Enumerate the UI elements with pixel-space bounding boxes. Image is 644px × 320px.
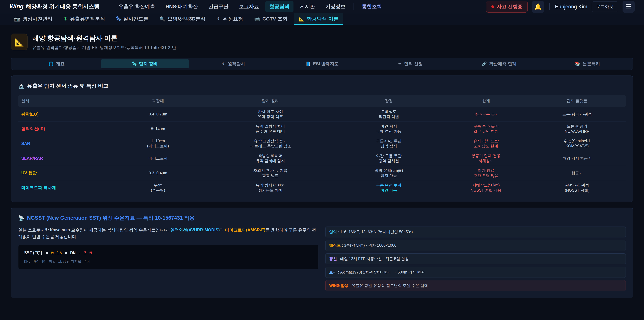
ngsst-info-list: 영역 : 116~166°E, 13~63°N (북서태평양 50×50°)해상… [325, 226, 626, 291]
table-cell-wavelength: 수cm(수동형) [109, 180, 206, 195]
camera-icon: 📷 [14, 16, 20, 22]
table-cell-strengths: 구름 완전 투과야간 가능 [334, 180, 444, 195]
info-row-value: : 3분(약 5km) · 격자 1000×1000 [341, 243, 396, 247]
pencil-icon: ✏ [398, 61, 402, 66]
nav-item-기상정보[interactable]: 기상정보 [321, 1, 350, 13]
satellite-icon: 🛰 [132, 61, 136, 66]
section-tab-ESI 방제지도[interactable]: 📘ESI 방제지도 [278, 59, 366, 68]
satellite-icon: 🛰 [116, 16, 121, 22]
subnav-tab-실시간드론[interactable]: 🛰실시간드론 [111, 14, 153, 25]
logout-button[interactable]: 로그아웃 [592, 2, 618, 12]
airplane-icon: ✈ [222, 61, 226, 66]
table-cell-principle: 유막 열방사 차이해수면 온도 대비 [206, 122, 334, 136]
notification-bell-button[interactable]: 🔔 [532, 1, 544, 13]
subnav-tab-label: CCTV 조회 [262, 16, 288, 22]
link-icon: 🔗 [482, 61, 487, 66]
table-cell-strengths: 야간 탐지두께 추정 가능 [334, 122, 444, 136]
triangle-ruler-icon: 📐 [298, 16, 304, 22]
table-cell-principle: 측방향 레이더유막 감쇠대 탐지 [206, 151, 334, 166]
logo-mark: Wing [10, 3, 24, 10]
section-tab-개요[interactable]: 🌐개요 [12, 59, 101, 68]
table-cell-strengths: 박막 유막(μm급)탐지 가능 [334, 166, 444, 180]
table-row: SAR1~10cm(마이크로파)유막 표면장력 증가→ 브래그 후방산란 감소구… [18, 136, 626, 151]
info-row-label: 영역 [329, 230, 337, 234]
section-tab-탐지 장비[interactable]: 🛰탐지 장비 [101, 59, 189, 68]
topbar-right: 사고 진행중 🔔 Eunjeong Kim 로그아웃 [486, 1, 634, 13]
page-subtitle: 유출유 원격탐지·항공감시 기법·ESI 방제정보지도·등록특허 10-1567… [32, 45, 176, 50]
subnav-tab-label: 위성요청 [223, 16, 243, 22]
info-row-영역: 영역 : 116~166°E, 13~63°N (북서태평양 50×50°) [325, 226, 626, 237]
table-cell-principle: 자외선 조사 → 기름형광 방출 [206, 166, 334, 180]
info-row-value: : Akima(1978) 2차원 5차다항식 → 500m 격자 변환 [337, 270, 425, 274]
asterisk-icon: ✳ [64, 16, 68, 22]
section-tab-bar: 🌐개요🛰탐지 장비✈원격탐사📘ESI 방제지도✏면적 산정🔗확산예측 연계📚논문… [11, 58, 633, 70]
section-tab-확산예측 연계[interactable]: 🔗확산예측 연계 [455, 59, 544, 68]
subnav-tab-위성요청[interactable]: ✈위성요청 [212, 14, 248, 25]
info-row-label: 보간 [329, 270, 337, 274]
subnav-tab-CCTV 조회[interactable]: 📹CCTV 조회 [250, 14, 292, 25]
top-navigation-bar: Wing 해양환경 위기대응 통합시스템 유출유 확산예측HNS·대기확산긴급구… [0, 0, 644, 14]
column-header: 탑재 플랫폼 [528, 95, 626, 107]
intro-text: 과 [220, 227, 225, 232]
info-row-해상도: 해상도 : 3분(약 5km) · 격자 1000×1000 [325, 240, 626, 251]
highlighted-text: 열적외선(AVHRR·MODIS) [170, 227, 220, 232]
subnav-tab-오염/선박3D분석[interactable]: 🔍오염/선박3D분석 [155, 14, 210, 25]
bell-icon: 🔔 [534, 3, 542, 10]
sensor-name: SLAR/RAR [21, 156, 43, 161]
sensor-name: 열적외선(IR) [21, 126, 45, 131]
intro-text: 일본 토호쿠대학 Kawamura 교수팀이 제공하는 북서태평양 광역 수온자… [18, 227, 170, 232]
triangle-ruler-icon: 📐 [11, 34, 28, 50]
table-cell-wavelength: 1~10cm(마이크로파) [109, 136, 206, 151]
page-header: 📐 해양 항공탐색·원격탐사 이론 유출유 원격탐지·항공감시 기법·ESI 방… [11, 34, 633, 50]
info-row-보간: 보간 : Akima(1978) 2차원 5차다항식 → 500m 격자 변환 [325, 267, 626, 278]
table-row: 광학(EO)0.4~0.7μm반사 휘도 차이유막 광택·색조고해상도직관적 식… [18, 107, 626, 122]
info-row-WING 활용: WING 활용 : 유출유 증발·유상화·점도변화 모델 수온 입력 [325, 280, 626, 291]
sensor-card-title: 🔬 유출유 탐지 센서 종류 및 특성 비교 [18, 82, 626, 89]
nav-item-항공탐색[interactable]: 항공탐색 [265, 1, 294, 13]
subnav-tab-항공탐색 이론[interactable]: 📐항공탐색 이론 [294, 14, 343, 25]
nav-item-보고자료[interactable]: 보고자료 [235, 1, 263, 13]
nav-item-HNS·대기확산[interactable]: HNS·대기확산 [162, 1, 202, 13]
section-tab-원격탐사[interactable]: ✈원격탐사 [189, 59, 278, 68]
status-dot-icon [492, 5, 494, 8]
globe-icon: 🌐 [48, 61, 54, 66]
sensor-name: UV 형광 [21, 170, 37, 175]
ngsst-card-title: 📡 NGSST (New Generation SST) 위성 수온자료 — 특… [18, 214, 626, 221]
table-cell-wavelength: 0.3~0.4μm [109, 168, 206, 178]
table-cell-limits: 항공기 탑재 전용저해상도 [444, 151, 528, 166]
table-cell-platform: 항공기 [528, 168, 626, 178]
nav-item-유출유 확산예측[interactable]: 유출유 확산예측 [114, 1, 159, 13]
magnifier-icon: 🔍 [159, 16, 165, 22]
table-cell-platform: 드론·항공기NOAA AVHRR [528, 122, 626, 136]
subnav-tab-영상사진관리[interactable]: 📷영상사진관리 [10, 14, 57, 25]
subnav-tab-label: 오염/선박3D분석 [168, 16, 206, 22]
sensor-name: 마이크로파 복사계 [21, 185, 56, 190]
sensor-name: 광학(EO) [21, 112, 38, 116]
subnav-tab-유출유면적분석[interactable]: ✳유출유면적분석 [59, 14, 110, 25]
section-tab-면적 산정[interactable]: ✏면적 산정 [366, 59, 455, 68]
info-row-value: : 유출유 증발·유상화·점도변화 모델 수온 입력 [348, 283, 428, 288]
microscope-icon: 🔬 [18, 83, 24, 89]
table-cell-principle: 반사 휘도 차이유막 광택·색조 [206, 107, 334, 122]
table-cell-platform: 위성(Sentinel-1KOMPSAT-5) [528, 136, 626, 151]
hamburger-menu-button[interactable] [622, 1, 634, 13]
sensor-name: SAR [21, 141, 30, 146]
secondary-tab-bar: 📷영상사진관리✳유출유면적분석🛰실시간드론🔍오염/선박3D분석✈위성요청📹CCT… [0, 14, 644, 25]
main-menu: 유출유 확산예측HNS·대기확산긴급구난보고자료항공탐색게시판기상정보통합조회 [114, 1, 386, 13]
ngsst-left-column: 일본 토호쿠대학 Kawamura 교수팀이 제공하는 북서태평양 광역 수온자… [18, 226, 319, 291]
incident-status-badge[interactable]: 사고 진행중 [486, 1, 528, 13]
subnav-tab-label: 항공탐색 이론 [307, 16, 338, 22]
nav-item-게시판[interactable]: 게시판 [296, 1, 319, 13]
hamburger-icon [626, 4, 632, 9]
table-row: UV 형광0.3~0.4μm자외선 조사 → 기름형광 방출박막 유막(μm급)… [18, 166, 626, 181]
nav-item-통합조회[interactable]: 통합조회 [358, 1, 386, 13]
subnav-tab-label: 영상사진관리 [22, 16, 52, 22]
info-row-value: : 매일 12시 FTP 자동수신 · 최근 5일 합성 [337, 256, 409, 261]
nav-item-긴급구난[interactable]: 긴급구난 [204, 1, 232, 13]
airplane-icon: ✈ [217, 16, 220, 22]
section-tab-논문특허[interactable]: 📚논문특허 [543, 59, 632, 68]
table-cell-limits: 야간·구름 불가 [444, 109, 528, 119]
table-cell-strengths: 야간·구름 무관광역 감시선 [334, 151, 444, 166]
sensor-comparison-card: 🔬 유출유 탐지 센서 종류 및 특성 비교 센서파장대탐지 원리강점한계탑재 … [11, 76, 633, 202]
column-header: 센서 [18, 95, 109, 107]
